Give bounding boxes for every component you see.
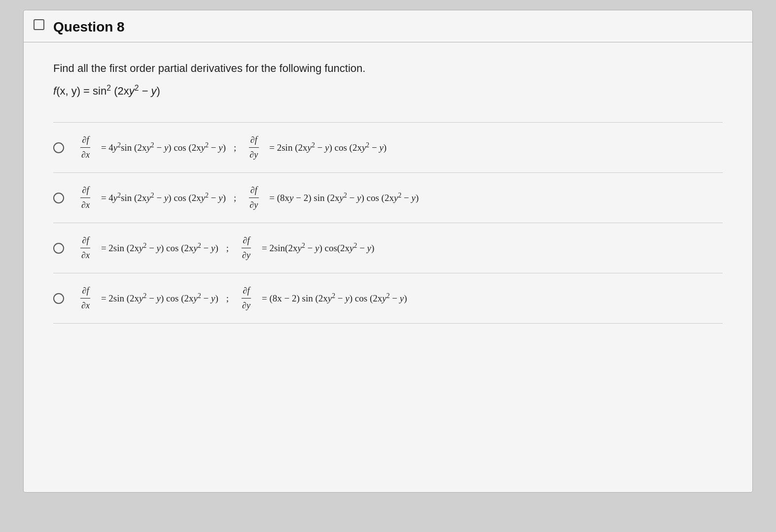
option-b-df-dy: ∂f ∂y	[248, 184, 259, 212]
question-card: Question 8 Find all the first order part…	[23, 10, 753, 493]
option-a-row[interactable]: ∂f ∂x = 4y2sin (2xy2 − y) cos (2xy2 − y)…	[53, 122, 723, 173]
options-list: ∂f ∂x = 4y2sin (2xy2 − y) cos (2xy2 − y)…	[53, 122, 723, 324]
option-c-content: ∂f ∂x = 2sin (2xy2 − y) cos (2xy2 − y) ;…	[78, 234, 377, 262]
card-body: Find all the first order partial derivat…	[24, 42, 752, 343]
option-d-radio[interactable]	[53, 293, 64, 304]
option-c-df-dx: ∂f ∂x	[80, 234, 91, 262]
option-b-radio[interactable]	[53, 193, 64, 203]
option-b-row[interactable]: ∂f ∂x = 4y2sin (2xy2 − y) cos (2xy2 − y)…	[53, 173, 723, 223]
option-c-row[interactable]: ∂f ∂x = 2sin (2xy2 − y) cos (2xy2 − y) ;…	[53, 223, 723, 273]
option-c-df-dy: ∂f ∂y	[241, 234, 252, 262]
card-checkbox[interactable]	[34, 19, 44, 30]
option-a-radio[interactable]	[53, 142, 64, 153]
function-definition: f(x, y) = sin2 (2xy2 − y)	[53, 84, 723, 98]
option-a-content: ∂f ∂x = 4y2sin (2xy2 − y) cos (2xy2 − y)…	[78, 133, 389, 162]
option-d-content: ∂f ∂x = 2sin (2xy2 − y) cos (2xy2 − y) ;…	[78, 284, 410, 312]
option-a-df-dx: ∂f ∂x	[80, 133, 91, 162]
prompt-text: Find all the first order partial derivat…	[53, 62, 723, 75]
option-d-df-dy: ∂f ∂y	[241, 284, 252, 312]
option-d-df-dx: ∂f ∂x	[80, 284, 91, 312]
option-c-radio[interactable]	[53, 243, 64, 254]
option-b-df-dx: ∂f ∂x	[80, 184, 91, 212]
option-d-row[interactable]: ∂f ∂x = 2sin (2xy2 − y) cos (2xy2 − y) ;…	[53, 273, 723, 324]
option-b-content: ∂f ∂x = 4y2sin (2xy2 − y) cos (2xy2 − y)…	[78, 184, 422, 212]
card-header: Question 8	[24, 10, 752, 42]
option-a-df-dy: ∂f ∂y	[248, 133, 259, 162]
question-title: Question 8	[53, 19, 125, 35]
